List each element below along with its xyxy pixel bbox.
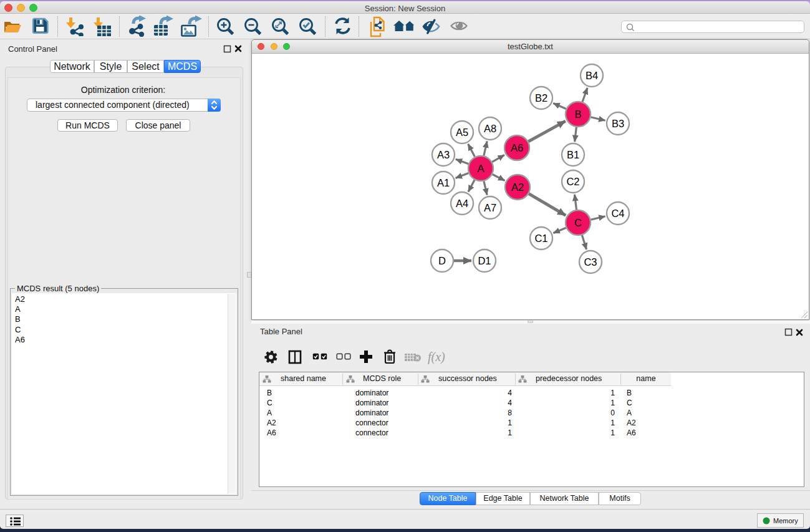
svg-text:A1: A1 xyxy=(437,177,450,188)
svg-text:C: C xyxy=(574,217,582,228)
svg-text:B1: B1 xyxy=(567,149,579,160)
svg-text:B4: B4 xyxy=(586,70,598,81)
svg-text:A2: A2 xyxy=(511,181,524,193)
svg-text:A3: A3 xyxy=(437,149,450,160)
svg-text:D1: D1 xyxy=(478,255,491,266)
svg-text:A4: A4 xyxy=(456,198,468,209)
svg-text:D: D xyxy=(438,255,446,266)
svg-text:A: A xyxy=(477,163,484,174)
svg-text:A8: A8 xyxy=(484,123,496,134)
svg-text:B: B xyxy=(574,109,581,120)
svg-text:A5: A5 xyxy=(456,127,468,138)
svg-text:C2: C2 xyxy=(566,176,579,187)
svg-text:C4: C4 xyxy=(611,208,624,219)
svg-text:C3: C3 xyxy=(584,256,597,268)
svg-text:A6: A6 xyxy=(511,142,523,153)
svg-text:A7: A7 xyxy=(484,202,496,213)
svg-text:C1: C1 xyxy=(534,233,547,244)
svg-text:B2: B2 xyxy=(535,92,547,104)
svg-text:B3: B3 xyxy=(612,118,624,129)
